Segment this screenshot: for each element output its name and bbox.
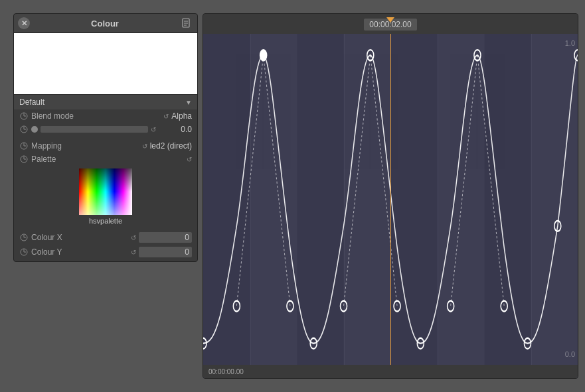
colour-panel: ✕ Colour Default ▼ Blend mode ↺ A	[13, 13, 198, 262]
palette-reset-icon[interactable]: ↺	[187, 156, 192, 163]
palette-name: hsvpalette	[19, 217, 192, 225]
clock-icon-colour-x	[19, 233, 29, 242]
color-dot	[31, 126, 38, 133]
svg-rect-23	[203, 34, 250, 365]
blend-mode-row: Blend mode ↺ Alpha	[14, 109, 197, 123]
colour-y-input[interactable]: 0	[139, 247, 192, 257]
palette-row: Palette ↺	[14, 153, 197, 166]
clock-icon-mapping	[19, 141, 29, 151]
time-start-label: 00:00:00.00	[209, 368, 244, 375]
mapping-row: Mapping ↺ led2 (direct)	[14, 136, 197, 153]
panel-header: ✕ Colour	[14, 14, 197, 33]
alpha-row: ↺ 0.0	[14, 123, 197, 136]
colour-x-label: Colour X	[31, 233, 128, 242]
timeline-header: 00:00:02.00	[203, 14, 578, 34]
mapping-label: Mapping	[31, 141, 139, 151]
blend-mode-value[interactable]: Alpha	[171, 111, 192, 121]
dropdown-arrow-icon: ▼	[185, 99, 192, 106]
colour-x-input[interactable]: 0	[139, 232, 192, 243]
close-button[interactable]: ✕	[18, 17, 30, 29]
palette-gradient	[79, 168, 132, 215]
palette-container[interactable]: hsvpalette	[14, 166, 197, 230]
colour-x-reset-icon[interactable]: ↺	[131, 234, 136, 241]
clock-icon-colour-y	[19, 247, 29, 257]
color-preview[interactable]	[14, 33, 197, 94]
colour-x-row: Colour X ↺ 0	[14, 230, 197, 245]
playhead-line	[390, 34, 391, 365]
alpha-slider[interactable]	[41, 126, 148, 133]
graph-area: 1.0 0.0	[203, 34, 578, 378]
mapping-value[interactable]: led2 (direct)	[150, 141, 192, 151]
colour-y-label: Colour Y	[31, 247, 128, 257]
blend-mode-reset-icon[interactable]: ↺	[163, 113, 169, 120]
default-label: Default	[19, 98, 44, 107]
timeline-panel: 00:00:02.00 1.0 0.0	[203, 13, 578, 379]
svg-rect-24	[297, 34, 344, 365]
clock-icon-palette	[19, 155, 29, 164]
default-dropdown-row[interactable]: Default ▼	[14, 94, 197, 109]
colour-y-row: Colour Y ↺ 0	[14, 245, 197, 261]
palette-label: Palette	[31, 155, 184, 164]
clock-icon-alpha	[19, 125, 29, 134]
alpha-value: 0.0	[159, 125, 192, 134]
close-icon: ✕	[21, 19, 27, 28]
blend-mode-label: Blend mode	[31, 111, 161, 121]
alpha-reset-icon[interactable]: ↺	[151, 126, 156, 133]
svg-rect-25	[390, 34, 438, 365]
alpha-color-row	[31, 126, 148, 133]
panel-title: Colour	[30, 19, 180, 29]
svg-rect-26	[484, 34, 531, 365]
mapping-reset-icon[interactable]: ↺	[142, 143, 147, 150]
doc-icon[interactable]	[180, 17, 193, 30]
colour-y-reset-icon[interactable]: ↺	[131, 249, 136, 256]
bottom-bar: 00:00:00.00	[203, 365, 578, 378]
clock-icon-blend	[19, 111, 29, 121]
